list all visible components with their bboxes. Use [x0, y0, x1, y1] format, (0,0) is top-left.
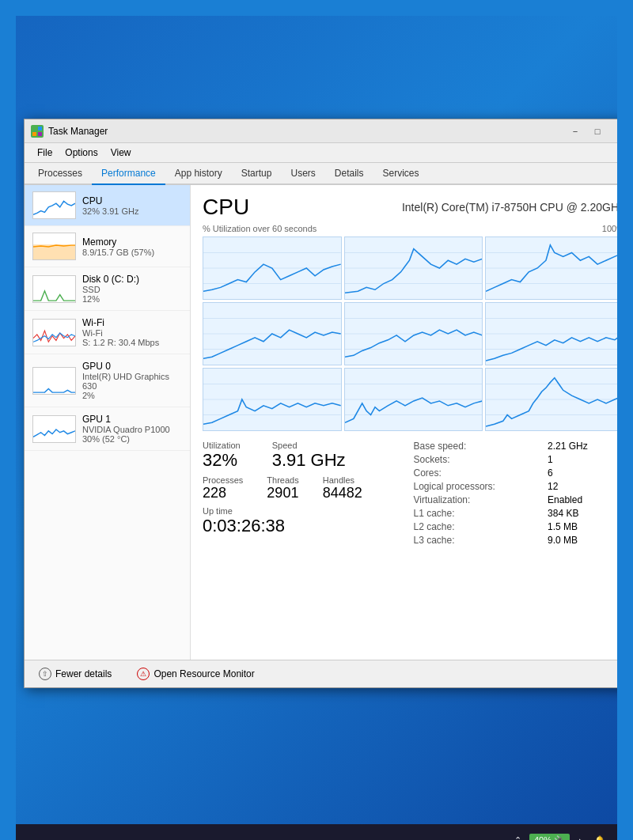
cpu-graph-6 — [485, 302, 617, 365]
svg-rect-1 — [38, 127, 42, 131]
tab-users[interactable]: Users — [281, 163, 324, 185]
gpu1-mini-graph — [32, 415, 76, 443]
memory-stats: 8.9/15.7 GB (57%) — [82, 248, 182, 257]
tab-processes[interactable]: Processes — [28, 163, 92, 185]
fewer-details-icon: ⇧ — [39, 668, 51, 680]
handles-value: 84482 — [323, 485, 362, 501]
cpu-graph-3 — [485, 236, 617, 300]
tab-services[interactable]: Services — [373, 163, 429, 185]
sidebar-item-wifi[interactable]: Wi-Fi Wi-Fi S: 1.2 R: 30.4 Mbps — [25, 311, 190, 354]
speed-label: Speed — [272, 441, 346, 450]
cpu-graph-1 — [203, 236, 342, 300]
base-speed-key: Base speed: — [414, 441, 533, 452]
app-icon — [31, 125, 44, 138]
cpu-info: CPU 32% 3.91 GHz — [82, 195, 182, 216]
sockets-key: Sockets: — [414, 454, 533, 465]
cores-key: Cores: — [414, 467, 533, 479]
battery-level: 40% — [534, 835, 552, 841]
tray-up-arrow[interactable]: ⌃ — [514, 835, 521, 841]
cpu-graphs-grid — [203, 236, 617, 431]
memory-label: Memory — [82, 236, 182, 248]
wifi-speed: S: 1.2 R: 30.4 Mbps — [82, 338, 182, 347]
tab-performance[interactable]: Performance — [92, 163, 165, 185]
taskbar: ⌃ 40% 🔌 ▴ 🔔 — [16, 824, 617, 840]
sidebar-item-cpu[interactable]: CPU 32% 3.91 GHz — [25, 185, 190, 226]
gpu1-info: GPU 1 NVIDIA Quadro P1000 30% (52 °C) — [82, 414, 182, 444]
graph-label-text: % Utilization over 60 seconds — [203, 224, 316, 233]
gpu1-label: GPU 1 — [82, 414, 182, 425]
uptime-group: Up time 0:03:26:38 — [203, 506, 414, 536]
cpu-label: CPU — [82, 195, 182, 206]
resource-monitor-icon: ⚠ — [137, 668, 150, 680]
l2-val: 1.5 MB — [548, 521, 617, 532]
l3-val: 9.0 MB — [548, 535, 617, 546]
l1-key: L1 cache: — [414, 508, 533, 519]
cpu-model-name: Intel(R) Core(TM) i7-8750H CPU @ 2.20GHz — [402, 201, 617, 214]
l2-key: L2 cache: — [414, 521, 533, 532]
sidebar-item-gpu0[interactable]: GPU 0 Intel(R) UHD Graphics 630 2% — [25, 354, 190, 407]
virt-key: Virtualization: — [414, 494, 533, 505]
menu-view[interactable]: View — [104, 145, 138, 161]
cpu-stats: 32% 3.91 GHz — [82, 206, 182, 216]
sidebar-item-memory[interactable]: Memory 8.9/15.7 GB (57%) — [25, 226, 190, 267]
handles-label: Handles — [323, 475, 362, 485]
base-speed-val: 2.21 GHz — [548, 441, 617, 452]
sidebar-item-disk[interactable]: Disk 0 (C: D:) SSD 12% — [25, 267, 190, 311]
gpu0-mini-graph — [32, 367, 76, 395]
gpu0-percent: 2% — [82, 391, 182, 400]
cpu-graph-9 — [485, 368, 617, 431]
menu-file[interactable]: File — [31, 145, 59, 161]
maximize-button[interactable]: □ — [587, 123, 608, 139]
title-bar: Task Manager − □ ✕ — [25, 119, 617, 143]
graph-label-row: % Utilization over 60 seconds 100% — [203, 224, 617, 233]
disk-detail: SSD — [82, 285, 182, 294]
details-panel: Base speed: 2.21 GHz Sockets: 1 Cores: 6… — [414, 441, 618, 546]
tabs-bar: Processes Performance App history Startu… — [25, 163, 617, 185]
svg-rect-2 — [32, 132, 36, 136]
speed-group: Speed 3.91 GHz — [272, 441, 346, 471]
fewer-details-label: Fewer details — [55, 668, 112, 679]
tab-app-history[interactable]: App history — [165, 163, 232, 185]
l1-val: 384 KB — [548, 508, 617, 519]
system-tray: ⌃ — [510, 834, 525, 841]
processes-group: Processes 228 — [203, 475, 243, 501]
tab-startup[interactable]: Startup — [232, 163, 282, 185]
network-icon[interactable]: ▴ — [574, 834, 586, 841]
menu-options[interactable]: Options — [59, 145, 104, 161]
cpu-header: CPU Intel(R) Core(TM) i7-8750H CPU @ 2.2… — [203, 195, 617, 220]
virt-val: Enabled — [548, 494, 617, 505]
logical-val: 12 — [548, 481, 617, 492]
tab-details[interactable]: Details — [325, 163, 373, 185]
disk-info: Disk 0 (C: D:) SSD 12% — [82, 274, 182, 304]
window-controls: − □ ✕ — [565, 123, 617, 139]
desktop: Task Manager − □ ✕ File Options View Pro… — [16, 16, 617, 840]
wifi-type: Wi-Fi — [82, 328, 182, 338]
wifi-label: Wi-Fi — [82, 317, 182, 328]
svg-rect-0 — [32, 127, 36, 131]
cpu-graph-5 — [344, 302, 483, 365]
minimize-button[interactable]: − — [565, 123, 586, 139]
battery-icon: 🔌 — [554, 835, 565, 841]
close-button[interactable]: ✕ — [609, 123, 617, 139]
processes-value: 228 — [203, 485, 243, 501]
fewer-details-button[interactable]: ⇧ Fewer details — [34, 665, 116, 683]
title-bar-left: Task Manager — [31, 125, 108, 138]
svg-rect-4 — [33, 244, 75, 259]
notification-icon[interactable]: 🔔 — [590, 834, 609, 841]
resource-monitor-label: Open Resource Monitor — [154, 668, 254, 679]
uptime-value: 0:03:26:38 — [203, 516, 414, 536]
disk-percent: 12% — [82, 294, 182, 304]
gpu1-model: NVIDIA Quadro P1000 — [82, 425, 182, 434]
logical-key: Logical processors: — [414, 481, 533, 492]
memory-info: Memory 8.9/15.7 GB (57%) — [82, 236, 182, 257]
bottom-bar: ⇧ Fewer details ⚠ Open Resource Monitor — [25, 660, 617, 687]
content-area: CPU 32% 3.91 GHz Memory 8.9/15.7 GB — [25, 185, 617, 660]
svg-rect-3 — [38, 132, 42, 136]
cpu-mini-graph — [32, 191, 76, 219]
memory-mini-graph — [32, 233, 76, 260]
gpu0-label: GPU 0 — [82, 361, 182, 372]
utilization-value: 32% — [203, 450, 241, 471]
sidebar-item-gpu1[interactable]: GPU 1 NVIDIA Quadro P1000 30% (52 °C) — [25, 407, 190, 451]
open-resource-monitor-button[interactable]: ⚠ Open Resource Monitor — [132, 665, 259, 683]
task-manager-window: Task Manager − □ ✕ File Options View Pro… — [24, 119, 617, 688]
